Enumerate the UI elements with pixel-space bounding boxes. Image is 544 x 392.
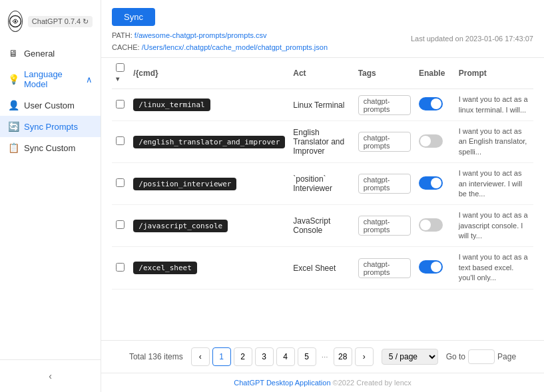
- app-footer: ChatGPT Desktop Application ©2022 Create…: [101, 373, 544, 392]
- enable-toggle[interactable]: [419, 134, 443, 148]
- row-act-cell: JavaScript Console: [289, 205, 354, 247]
- total-label: Total 136 items: [129, 352, 183, 361]
- goto-input[interactable]: [468, 349, 495, 364]
- logo-area: ChatGPT 0.7.4 ↻: [0, 0, 101, 40]
- row-enable-cell: [415, 205, 455, 247]
- tag-badge: chatgpt-prompts: [358, 258, 411, 278]
- page-4-button[interactable]: 4: [276, 347, 295, 366]
- row-check-cell: [112, 120, 129, 162]
- row-checkbox[interactable]: [116, 136, 125, 145]
- bulb-icon: 💡: [8, 74, 19, 85]
- row-enable-cell: [415, 120, 455, 162]
- copyright: ©2022 Created by lencx: [333, 379, 411, 387]
- prompts-table: ▾ /{cmd} Act Tags Enable Prompt /linux_t…: [112, 58, 533, 289]
- enable-toggle[interactable]: [419, 97, 443, 110]
- enable-toggle[interactable]: [419, 218, 443, 232]
- row-act-cell: Linux Terminal: [289, 89, 354, 121]
- table-row: /excel_sheet Excel Sheet chatgpt-prompts…: [112, 247, 533, 289]
- sidebar-item-label: Language Model: [24, 69, 81, 89]
- user-icon: 👤: [8, 100, 19, 110]
- row-tags-cell: chatgpt-prompts: [354, 205, 415, 247]
- enable-toggle[interactable]: [419, 260, 443, 274]
- sidebar: ChatGPT 0.7.4 ↻ 🖥 General 💡 Language Mod…: [0, 0, 101, 392]
- cmd-badge: /linux_terminal: [133, 98, 210, 111]
- tag-badge: chatgpt-prompts: [358, 132, 411, 152]
- main-content: Sync PATH: f/awesome-chatgpt-prompts/pro…: [101, 0, 544, 392]
- cmd-badge: /position_interviewer: [133, 178, 236, 190]
- row-cmd-cell: /javascript_console: [129, 205, 289, 247]
- prompt-text: I want you to act as a linux terminal. I…: [459, 95, 528, 113]
- sidebar-footer: ‹: [0, 359, 101, 392]
- sidebar-item-sync-prompts[interactable]: 🔄 Sync Prompts: [0, 116, 101, 137]
- next-page-button[interactable]: ›: [355, 347, 374, 366]
- table-row: /english_translator_and_improver English…: [112, 120, 533, 162]
- row-cmd-cell: /linux_terminal: [129, 89, 289, 121]
- last-page-button[interactable]: 28: [334, 347, 352, 366]
- ellipsis: ···: [319, 352, 331, 361]
- row-prompt-cell: I want you to act as a linux terminal. I…: [455, 89, 533, 121]
- row-prompt-cell: I want you to act as a javascript consol…: [455, 205, 533, 247]
- page-2-button[interactable]: 2: [234, 347, 252, 366]
- cmd-badge: /javascript_console: [133, 220, 228, 232]
- sync-button[interactable]: Sync: [112, 8, 155, 26]
- enable-toggle[interactable]: [419, 176, 443, 190]
- collapse-button[interactable]: ‹: [43, 368, 57, 384]
- app-link[interactable]: ChatGPT Desktop Application: [234, 379, 330, 387]
- row-tags-cell: chatgpt-prompts: [354, 163, 415, 205]
- header-act: Act: [289, 58, 354, 89]
- row-checkbox[interactable]: [116, 263, 125, 272]
- row-checkbox[interactable]: [116, 100, 125, 108]
- page-1-button[interactable]: 1: [212, 347, 231, 366]
- row-prompt-cell: I want you to act as an English translat…: [455, 120, 533, 162]
- monitor-icon: 🖥: [8, 48, 19, 59]
- tag-badge: chatgpt-prompts: [358, 216, 411, 236]
- header-tags: Tags: [354, 58, 415, 89]
- per-page-select[interactable]: 5 / page 10 / page 20 / page: [382, 349, 438, 365]
- page-5-button[interactable]: 5: [298, 347, 316, 366]
- row-cmd-cell: /excel_sheet: [129, 247, 289, 289]
- chevron-down-icon: ▾: [116, 75, 119, 83]
- row-enable-cell: [415, 89, 455, 121]
- row-cmd-cell: /english_translator_and_improver: [129, 120, 289, 162]
- last-updated: Last updated on 2023-01-06 17:43:07: [411, 35, 533, 43]
- prompt-text: I want you to act as a javascript consol…: [459, 211, 528, 240]
- act-label: Excel Sheet: [293, 264, 336, 273]
- sidebar-item-general[interactable]: 🖥 General: [0, 43, 101, 64]
- row-enable-cell: [415, 163, 455, 205]
- sidebar-item-sync-custom[interactable]: 📋 Sync Custom: [0, 137, 101, 158]
- sidebar-item-language-model[interactable]: 💡 Language Model ∧: [0, 64, 101, 95]
- row-prompt-cell: I want you to act as an interviewer. I w…: [455, 163, 533, 205]
- chevron-up-icon: ∧: [86, 75, 93, 85]
- path-label: PATH:: [112, 31, 133, 39]
- goto-wrap: Go to Page: [446, 349, 516, 364]
- row-tags-cell: chatgpt-prompts: [354, 120, 415, 162]
- row-checkbox[interactable]: [116, 178, 125, 187]
- row-check-cell: [112, 205, 129, 247]
- act-label: Linux Terminal: [293, 100, 344, 110]
- prev-page-button[interactable]: ‹: [191, 347, 210, 366]
- row-prompt-cell: I want you to act as a text based excel.…: [455, 247, 533, 289]
- cache-value[interactable]: /Users/lencx/.chatgpt/cache_model/chatgp…: [142, 43, 328, 51]
- path-value[interactable]: f/awesome-chatgpt-prompts/prompts.csv: [135, 31, 267, 39]
- cmd-badge: /english_translator_and_improver: [133, 136, 285, 148]
- row-check-cell: [112, 247, 129, 289]
- table-row: /javascript_console JavaScript Console c…: [112, 205, 533, 247]
- row-check-cell: [112, 163, 129, 205]
- page-3-button[interactable]: 3: [255, 347, 274, 366]
- nav-list: 🖥 General 💡 Language Model ∧ 👤 User Cust…: [0, 40, 101, 359]
- refresh-icon[interactable]: ↻: [83, 17, 89, 26]
- goto-label: Go to: [446, 352, 465, 361]
- app-name: ChatGPT: [32, 17, 63, 25]
- table-row: /position_interviewer `position` Intervi…: [112, 163, 533, 205]
- table-header-row: ▾ /{cmd} Act Tags Enable Prompt: [112, 58, 533, 89]
- sidebar-item-label: User Custom: [24, 100, 75, 110]
- row-checkbox[interactable]: [116, 220, 125, 229]
- prompts-table-wrap: ▾ /{cmd} Act Tags Enable Prompt /linux_t…: [101, 58, 544, 340]
- sidebar-item-user-custom[interactable]: 👤 User Custom: [0, 95, 101, 116]
- sidebar-item-label: Sync Prompts: [24, 122, 78, 132]
- sidebar-item-label: General: [24, 49, 55, 59]
- select-all-checkbox[interactable]: [116, 63, 125, 72]
- row-act-cell: English Translator and Improver: [289, 120, 354, 162]
- table-body: /linux_terminal Linux Terminal chatgpt-p…: [112, 89, 533, 289]
- header-cmd: /{cmd}: [129, 58, 289, 89]
